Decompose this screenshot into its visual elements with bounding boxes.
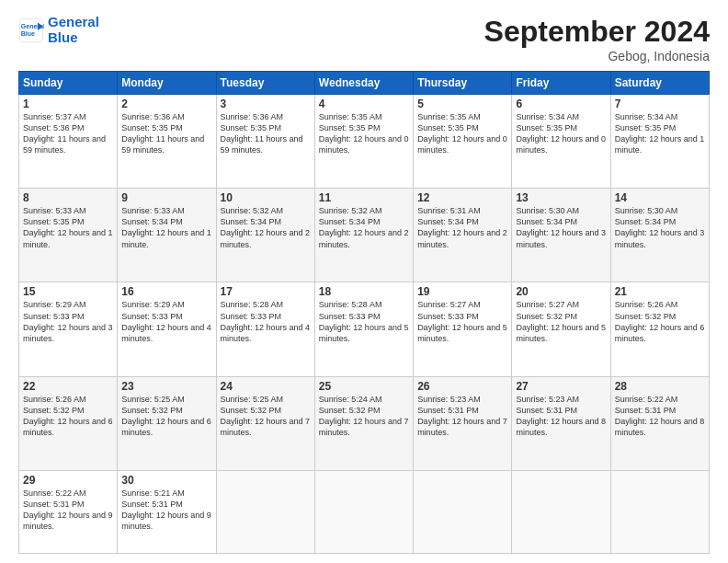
calendar-cell: 4Sunrise: 5:35 AMSunset: 5:35 PMDaylight… [314,95,413,189]
day-number: 30 [121,474,211,487]
week-row-5: 29Sunrise: 5:22 AMSunset: 5:31 PMDayligh… [19,470,710,553]
day-number: 5 [417,98,507,110]
calendar-cell: 24Sunrise: 5:25 AMSunset: 5:32 PMDayligh… [216,376,314,470]
day-info: Sunrise: 5:23 AMSunset: 5:31 PMDaylight:… [417,394,507,439]
day-info: Sunrise: 5:32 AMSunset: 5:34 PMDaylight:… [319,205,409,250]
calendar-cell: 15Sunrise: 5:29 AMSunset: 5:33 PMDayligh… [19,282,118,376]
day-number: 25 [319,380,409,393]
day-info: Sunrise: 5:29 AMSunset: 5:33 PMDaylight:… [23,299,113,344]
day-info: Sunrise: 5:30 AMSunset: 5:34 PMDaylight:… [516,205,606,250]
day-number: 19 [417,285,507,298]
calendar-cell: 29Sunrise: 5:22 AMSunset: 5:31 PMDayligh… [19,470,118,553]
calendar-cell: 2Sunrise: 5:36 AMSunset: 5:35 PMDaylight… [118,95,216,189]
day-info: Sunrise: 5:35 AMSunset: 5:35 PMDaylight:… [319,111,409,156]
day-info: Sunrise: 5:24 AMSunset: 5:32 PMDaylight:… [319,394,409,439]
week-row-2: 8Sunrise: 5:33 AMSunset: 5:35 PMDaylight… [19,189,710,282]
day-info: Sunrise: 5:28 AMSunset: 5:33 PMDaylight:… [319,299,409,344]
day-header-tuesday: Tuesday [216,72,314,95]
calendar-cell: 12Sunrise: 5:31 AMSunset: 5:34 PMDayligh… [414,189,512,282]
calendar-cell: 19Sunrise: 5:27 AMSunset: 5:33 PMDayligh… [414,282,512,376]
calendar-cell: 14Sunrise: 5:30 AMSunset: 5:34 PMDayligh… [610,189,709,282]
calendar-cell [512,470,610,553]
calendar-cell: 1Sunrise: 5:37 AMSunset: 5:36 PMDaylight… [19,95,118,189]
day-number: 4 [319,98,409,110]
day-number: 9 [121,191,211,204]
day-number: 10 [221,191,311,204]
day-number: 21 [615,285,705,298]
day-info: Sunrise: 5:26 AMSunset: 5:32 PMDaylight:… [615,299,705,344]
day-number: 24 [221,380,311,393]
calendar-cell: 18Sunrise: 5:28 AMSunset: 5:33 PMDayligh… [314,282,413,376]
day-info: Sunrise: 5:25 AMSunset: 5:32 PMDaylight:… [221,394,311,439]
calendar-cell: 3Sunrise: 5:36 AMSunset: 5:35 PMDaylight… [216,95,314,189]
day-number: 13 [516,191,606,204]
calendar-cell: 25Sunrise: 5:24 AMSunset: 5:32 PMDayligh… [314,376,413,470]
day-info: Sunrise: 5:34 AMSunset: 5:35 PMDaylight:… [516,111,606,156]
calendar-cell: 30Sunrise: 5:21 AMSunset: 5:31 PMDayligh… [118,470,216,553]
day-info: Sunrise: 5:28 AMSunset: 5:33 PMDaylight:… [221,299,311,344]
calendar-cell: 17Sunrise: 5:28 AMSunset: 5:33 PMDayligh… [216,282,314,376]
day-header-saturday: Saturday [610,72,709,95]
calendar-cell [610,470,709,553]
day-info: Sunrise: 5:37 AMSunset: 5:36 PMDaylight:… [23,111,113,156]
day-number: 23 [121,380,211,393]
day-number: 2 [121,98,211,110]
day-number: 8 [23,191,113,204]
calendar-cell: 28Sunrise: 5:22 AMSunset: 5:31 PMDayligh… [610,376,709,470]
day-info: Sunrise: 5:27 AMSunset: 5:33 PMDaylight:… [417,299,507,344]
day-number: 29 [23,474,113,487]
day-info: Sunrise: 5:27 AMSunset: 5:32 PMDaylight:… [516,299,606,344]
calendar-cell [314,470,413,553]
location-label: Gebog, Indonesia [484,49,710,63]
calendar-cell: 23Sunrise: 5:25 AMSunset: 5:32 PMDayligh… [118,376,216,470]
week-row-3: 15Sunrise: 5:29 AMSunset: 5:33 PMDayligh… [19,282,710,376]
month-year-title: September 2024 [484,15,710,49]
day-info: Sunrise: 5:23 AMSunset: 5:31 PMDaylight:… [516,394,606,439]
calendar-cell [414,470,512,553]
day-number: 11 [319,191,409,204]
logo-blue: Blue [48,30,99,46]
day-info: Sunrise: 5:30 AMSunset: 5:34 PMDaylight:… [615,205,705,250]
logo-icon: General Blue [18,17,44,43]
day-header-sunday: Sunday [19,72,118,95]
week-row-1: 1Sunrise: 5:37 AMSunset: 5:36 PMDaylight… [19,95,710,189]
logo: General Blue General Blue [18,15,99,45]
week-row-4: 22Sunrise: 5:26 AMSunset: 5:32 PMDayligh… [19,376,710,470]
day-number: 14 [615,191,705,204]
day-number: 20 [516,285,606,298]
day-number: 26 [417,380,507,393]
day-header-thursday: Thursday [414,72,512,95]
day-number: 17 [221,285,311,298]
calendar-cell: 22Sunrise: 5:26 AMSunset: 5:32 PMDayligh… [19,376,118,470]
calendar-cell: 16Sunrise: 5:29 AMSunset: 5:33 PMDayligh… [118,282,216,376]
header: General Blue General Blue September 2024… [18,15,710,63]
day-info: Sunrise: 5:26 AMSunset: 5:32 PMDaylight:… [23,394,113,439]
calendar-cell: 6Sunrise: 5:34 AMSunset: 5:35 PMDaylight… [512,95,610,189]
svg-text:Blue: Blue [21,29,35,36]
day-header-wednesday: Wednesday [314,72,413,95]
day-header-friday: Friday [512,72,610,95]
day-number: 16 [121,285,211,298]
day-number: 3 [221,98,311,110]
day-number: 27 [516,380,606,393]
calendar-cell: 26Sunrise: 5:23 AMSunset: 5:31 PMDayligh… [414,376,512,470]
calendar-cell: 7Sunrise: 5:34 AMSunset: 5:35 PMDaylight… [610,95,709,189]
day-info: Sunrise: 5:36 AMSunset: 5:35 PMDaylight:… [221,111,311,156]
day-number: 18 [319,285,409,298]
header-row: SundayMondayTuesdayWednesdayThursdayFrid… [19,72,710,95]
day-info: Sunrise: 5:21 AMSunset: 5:31 PMDaylight:… [121,488,211,533]
day-number: 7 [615,98,705,110]
day-info: Sunrise: 5:35 AMSunset: 5:35 PMDaylight:… [417,111,507,156]
day-info: Sunrise: 5:33 AMSunset: 5:35 PMDaylight:… [23,205,113,250]
logo-general: General [48,15,99,30]
day-number: 1 [23,98,113,110]
calendar-cell: 21Sunrise: 5:26 AMSunset: 5:32 PMDayligh… [610,282,709,376]
day-info: Sunrise: 5:36 AMSunset: 5:35 PMDaylight:… [121,111,211,156]
day-number: 15 [23,285,113,298]
day-info: Sunrise: 5:32 AMSunset: 5:34 PMDaylight:… [221,205,311,250]
calendar-cell: 11Sunrise: 5:32 AMSunset: 5:34 PMDayligh… [314,189,413,282]
page: General Blue General Blue September 2024… [0,0,728,563]
day-header-monday: Monday [118,72,216,95]
calendar-cell: 9Sunrise: 5:33 AMSunset: 5:34 PMDaylight… [118,189,216,282]
day-number: 22 [23,380,113,393]
